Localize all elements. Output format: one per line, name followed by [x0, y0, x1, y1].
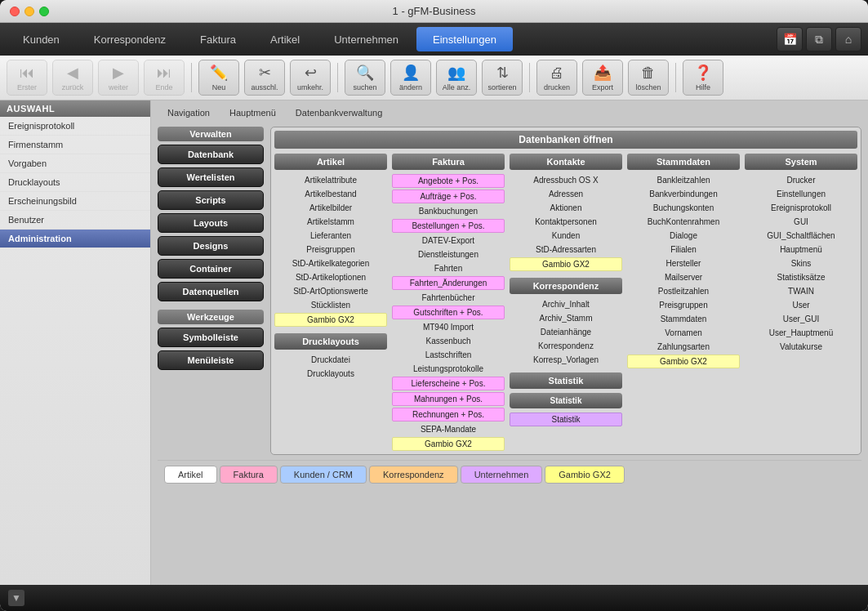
- db-item-hauptmenu[interactable]: Hauptmenü: [745, 243, 857, 256]
- sidebar-item-erscheinungsbild[interactable]: Erscheinungsbild: [0, 192, 150, 211]
- nav-tab-unternehmen[interactable]: Unternehmen: [318, 27, 415, 51]
- exclude-button[interactable]: ✂ ausschl.: [244, 60, 285, 96]
- db-item-buchkontenrahmen[interactable]: BuchKontenrahmen: [627, 216, 740, 228]
- db-item-std-artikeloptionen[interactable]: StD-Artikeloptionen: [274, 271, 387, 283]
- db-item-std-artikelkategorien[interactable]: StD-Artikelkategorien: [274, 257, 387, 270]
- sidebar-item-firmenstamm[interactable]: Firmenstamm: [0, 136, 150, 154]
- db-item-preisgruppen-s[interactable]: Preisgruppen: [627, 299, 740, 311]
- db-item-korrespondenz[interactable]: Korrespondenz: [510, 340, 622, 352]
- db-item-filialen[interactable]: Filialen: [627, 243, 740, 256]
- db-item-std-artoptionswerte[interactable]: StD-ArtOptionswerte: [274, 285, 387, 297]
- sidebar-item-benutzer[interactable]: Benutzer: [0, 211, 150, 230]
- db-item-auftraege[interactable]: Aufträge + Pos.: [392, 190, 505, 203]
- db-item-archiv-stamm[interactable]: Archiv_Stamm: [510, 312, 622, 324]
- bottom-tab-gambio[interactable]: Gambio GX2: [545, 466, 625, 484]
- bottom-tab-korrespondenz[interactable]: Korrespondenz: [369, 466, 458, 484]
- change-button[interactable]: 👤 ändern: [390, 60, 431, 96]
- calendar-icon[interactable]: 📅: [777, 27, 803, 51]
- db-item-adressbuch[interactable]: Adressbuch OS X: [510, 174, 622, 186]
- db-item-statistik[interactable]: Statistik: [510, 413, 622, 426]
- db-item-bankbuchungen[interactable]: Bankbuchungen: [392, 205, 505, 217]
- nav-tab-korrespondenz[interactable]: Korrespondenz: [78, 27, 182, 51]
- db-item-dienstleistungen[interactable]: Dienstleistungen: [392, 248, 505, 261]
- db-item-artikelstamm[interactable]: Artikelstamm: [274, 216, 387, 228]
- db-item-druckdatei[interactable]: Druckdatei: [274, 354, 387, 366]
- db-item-hersteller[interactable]: Hersteller: [627, 257, 740, 270]
- db-item-dateihaenge[interactable]: Dateianhänge: [510, 326, 622, 338]
- reverse-button[interactable]: ↩ umkehr.: [290, 60, 331, 96]
- db-item-fahrten-aenderungen[interactable]: Fahrten_Änderungen: [392, 276, 505, 290]
- db-item-kunden[interactable]: Kunden: [510, 230, 622, 242]
- first-button[interactable]: ⏮ Erster: [7, 60, 47, 96]
- db-item-buchungskonten[interactable]: Buchungskonten: [627, 202, 740, 214]
- db-item-preisgruppen-a[interactable]: Preisgruppen: [274, 243, 387, 256]
- db-item-kassenbuch[interactable]: Kassenbuch: [392, 335, 505, 347]
- db-item-datev-export[interactable]: DATEV-Export: [392, 234, 505, 247]
- layouts-button[interactable]: Layouts: [158, 213, 264, 233]
- home-icon[interactable]: ⌂: [835, 27, 861, 51]
- db-item-gambio-f[interactable]: Gambio GX2: [392, 437, 505, 451]
- db-item-artikelattribute[interactable]: Artikelattribute: [274, 174, 387, 186]
- close-button[interactable]: [10, 7, 20, 16]
- db-item-einstellungen[interactable]: Einstellungen: [745, 188, 857, 200]
- db-item-fahrtenbuecher[interactable]: Fahrtenbücher: [392, 292, 505, 304]
- db-item-user-hauptmenu[interactable]: User_Hauptmenü: [745, 327, 857, 339]
- menuleiste-button[interactable]: Menüleiste: [158, 350, 264, 370]
- db-item-drucklayouts[interactable]: Drucklayouts: [274, 368, 387, 380]
- wertelisten-button[interactable]: Wertelisten: [158, 167, 264, 187]
- bottom-tab-kunden[interactable]: Kunden / CRM: [280, 466, 367, 484]
- db-item-twain[interactable]: TWAIN: [745, 285, 857, 297]
- windows-icon[interactable]: ⧉: [806, 27, 832, 51]
- sidebar-item-drucklayouts[interactable]: Drucklayouts: [0, 173, 150, 192]
- db-item-valutakurse[interactable]: Valutakurse: [745, 341, 857, 353]
- sidebar-item-vorgaben[interactable]: Vorgaben: [0, 154, 150, 173]
- db-item-gui-schaltflaechen[interactable]: GUI_Schaltflächen: [745, 230, 857, 242]
- forward-button[interactable]: ▶ weiter: [98, 60, 139, 96]
- showall-button[interactable]: 👥 Alle anz.: [436, 60, 477, 96]
- db-item-gambio-k[interactable]: Gambio GX2: [510, 257, 622, 271]
- symbolleiste-button[interactable]: Symbolleiste: [158, 328, 264, 347]
- db-item-bestellungen[interactable]: Bestellungen + Pos.: [392, 219, 505, 233]
- db-item-gutschriften[interactable]: Gutschriften + Pos.: [392, 306, 505, 319]
- db-item-angebote[interactable]: Angebote + Pos.: [392, 174, 505, 188]
- db-item-drucker[interactable]: Drucker: [745, 174, 857, 186]
- db-item-mailserver[interactable]: Mailserver: [627, 271, 740, 283]
- db-item-artikelbilder[interactable]: Artikelbilder: [274, 202, 387, 214]
- new-button[interactable]: ✏️ Neu: [198, 60, 239, 96]
- db-item-aktionen[interactable]: Aktionen: [510, 202, 622, 214]
- db-item-dialoge[interactable]: Dialoge: [627, 230, 740, 242]
- back-button[interactable]: ◀ zurück: [52, 60, 93, 96]
- nav-tab-faktura[interactable]: Faktura: [184, 27, 252, 51]
- db-item-stammdaten[interactable]: Stammdaten: [627, 313, 740, 325]
- bottom-tab-faktura[interactable]: Faktura: [220, 466, 278, 484]
- db-item-bankverbindungen[interactable]: Bankverbindungen: [627, 188, 740, 200]
- print-button[interactable]: 🖨 drucken: [536, 60, 577, 96]
- db-item-bankleitzahlen[interactable]: Bankleitzahlen: [627, 174, 740, 186]
- db-item-kontaktpersonen[interactable]: Kontaktpersonen: [510, 216, 622, 228]
- db-item-user[interactable]: User: [745, 299, 857, 311]
- db-item-zahlungsarten[interactable]: Zahlungsarten: [627, 341, 740, 353]
- datenbank-button[interactable]: Datenbank: [158, 145, 264, 164]
- db-item-mahnungen[interactable]: Mahnungen + Pos.: [392, 392, 505, 406]
- db-item-statistiksaetze[interactable]: Statistiksätze: [745, 271, 857, 283]
- db-item-korresp-vorlagen[interactable]: Korresp_Vorlagen: [510, 354, 622, 366]
- db-item-lieferanten[interactable]: Lieferanten: [274, 230, 387, 242]
- db-item-std-adressarten[interactable]: StD-Adressarten: [510, 243, 622, 256]
- scripts-button[interactable]: Scripts: [158, 190, 264, 210]
- datenquellen-button[interactable]: Datenquellen: [158, 282, 264, 301]
- db-item-mt940[interactable]: MT940 Import: [392, 321, 505, 333]
- statistik-btn[interactable]: Statistik: [510, 393, 622, 408]
- db-item-adressen[interactable]: Adressen: [510, 188, 622, 200]
- db-item-postleitzahlen[interactable]: Postleitzahlen: [627, 285, 740, 297]
- db-item-artikelbestand[interactable]: Artikelbestand: [274, 188, 387, 200]
- db-item-archiv-inhalt[interactable]: Archiv_Inhalt: [510, 298, 622, 310]
- sidebar-item-ereignisprotokoll[interactable]: Ereignisprotokoll: [0, 117, 150, 136]
- db-item-lieferscheine[interactable]: Lieferscheine + Pos.: [392, 377, 505, 390]
- db-item-rechnungen[interactable]: Rechnungen + Pos.: [392, 408, 505, 421]
- db-item-lastschriften[interactable]: Lastschriften: [392, 349, 505, 361]
- db-item-vornamen[interactable]: Vornamen: [627, 327, 740, 339]
- maximize-button[interactable]: [39, 7, 49, 16]
- db-item-gambio-s[interactable]: Gambio GX2: [627, 355, 740, 368]
- designs-button[interactable]: Designs: [158, 236, 264, 256]
- nav-tab-einstellungen[interactable]: Einstellungen: [416, 27, 513, 51]
